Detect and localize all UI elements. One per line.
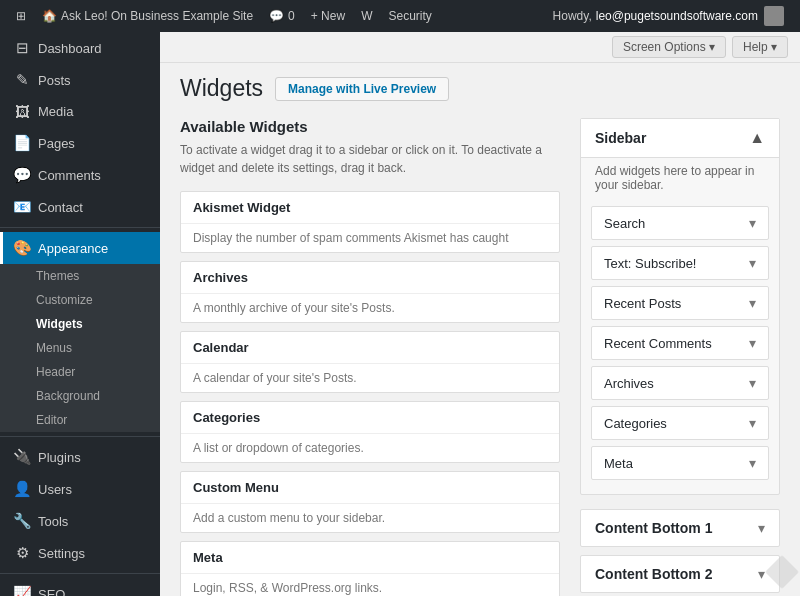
sidebar-item-contact[interactable]: 📧 Contact: [0, 191, 160, 223]
available-widgets-desc: To activate a widget drag it to a sideba…: [180, 141, 560, 177]
sidebar-widget-row[interactable]: Meta ▾: [591, 446, 769, 480]
avatar: [764, 6, 784, 26]
comments-button[interactable]: 💬 0: [261, 0, 303, 32]
sidebar-item-pages[interactable]: 📄 Pages: [0, 127, 160, 159]
sidebar-item-media[interactable]: 🖼 Media: [0, 96, 160, 127]
sidebar-area-title: Sidebar: [595, 130, 646, 146]
widget-item[interactable]: Meta Login, RSS, & WordPress.org links.: [180, 541, 560, 596]
sidebar-item-editor[interactable]: Editor: [36, 408, 160, 432]
wp-logo-button[interactable]: ⊞: [8, 0, 34, 32]
tools-icon: 🔧: [13, 512, 31, 530]
sidebar-label-editor: Editor: [36, 413, 67, 427]
sidebar-label-appearance: Appearance: [38, 241, 108, 256]
sidebar-label-comments: Comments: [38, 168, 101, 183]
widget-item-name: Calendar: [181, 332, 559, 364]
sidebar-item-menus[interactable]: Menus: [36, 336, 160, 360]
sidebar-widget-name: Text: Subscribe!: [604, 256, 697, 271]
sidebar-widget-name: Search: [604, 216, 645, 231]
wp-logo-icon: ⊞: [16, 9, 26, 23]
sidebar-item-appearance[interactable]: 🎨 Appearance: [0, 232, 160, 264]
sidebar-area-desc: Add widgets here to appear in your sideb…: [581, 158, 779, 200]
security-topbar-button[interactable]: Security: [380, 0, 439, 32]
sidebar-item-users[interactable]: 👤 Users: [0, 473, 160, 505]
chevron-down-icon: ▾: [749, 455, 756, 471]
sidebar-label-posts: Posts: [38, 73, 71, 88]
widget-item[interactable]: Calendar A calendar of your site's Posts…: [180, 331, 560, 393]
widget-item-name: Categories: [181, 402, 559, 434]
posts-icon: ✎: [13, 71, 31, 89]
sidebar-widgets-panel: Sidebar ▲ Add widgets here to appear in …: [580, 118, 780, 596]
widget-item[interactable]: Custom Menu Add a custom menu to your si…: [180, 471, 560, 533]
help-button[interactable]: Help ▾: [732, 36, 788, 58]
main-content: Screen Options ▾ Help ▾ Widgets Manage w…: [160, 32, 800, 596]
sidebar-item-settings[interactable]: ⚙ Settings: [0, 537, 160, 569]
site-name-button[interactable]: 🏠 Ask Leo! On Business Example Site: [34, 0, 261, 32]
widget-item-desc: A list or dropdown of categories.: [181, 434, 559, 462]
page-title: Widgets: [180, 75, 263, 102]
content-area-title: Content Bottom 2: [595, 566, 712, 582]
sidebar-area-header[interactable]: Sidebar ▲: [581, 119, 779, 158]
sidebar-label-plugins: Plugins: [38, 450, 81, 465]
sidebar-label-dashboard: Dashboard: [38, 41, 102, 56]
widget-item[interactable]: Categories A list or dropdown of categor…: [180, 401, 560, 463]
widget-item[interactable]: Archives A monthly archive of your site'…: [180, 261, 560, 323]
sidebar-label-seo: SEO: [38, 587, 65, 597]
sidebar-item-themes[interactable]: Themes: [36, 264, 160, 288]
sidebar-label-background: Background: [36, 389, 100, 403]
new-content-button[interactable]: + New: [303, 0, 353, 32]
sidebar-widget-row[interactable]: Archives ▾: [591, 366, 769, 400]
sidebar-widget-row[interactable]: Search ▾: [591, 206, 769, 240]
sidebar-item-seo[interactable]: 📈 SEO: [0, 578, 160, 596]
comments-count: 0: [288, 9, 295, 23]
widget-item-desc: Login, RSS, & WordPress.org links.: [181, 574, 559, 596]
screen-options-bar: Screen Options ▾ Help ▾: [160, 32, 800, 63]
sidebar-widget-row[interactable]: Recent Posts ▾: [591, 286, 769, 320]
page-header: Widgets Manage with Live Preview: [160, 63, 800, 102]
sidebar-item-customize[interactable]: Customize: [36, 288, 160, 312]
wp-plugin-icon-button[interactable]: W: [353, 0, 380, 32]
content-area-content-bottom-1[interactable]: Content Bottom 1 ▾: [580, 509, 780, 547]
content-areas-list: Content Bottom 1 ▾ Content Bottom 2 ▾: [580, 509, 780, 593]
widget-item[interactable]: Akismet Widget Display the number of spa…: [180, 191, 560, 253]
sidebar-label-tools: Tools: [38, 514, 68, 529]
widget-item-name: Meta: [181, 542, 559, 574]
chevron-down-icon: ▾: [749, 335, 756, 351]
sidebar-item-dashboard[interactable]: ⊟ Dashboard: [0, 32, 160, 64]
sidebar-item-widgets[interactable]: Widgets: [36, 312, 160, 336]
sidebar-widget-row[interactable]: Categories ▾: [591, 406, 769, 440]
chevron-down-icon: ▾: [749, 375, 756, 391]
widget-item-name: Custom Menu: [181, 472, 559, 504]
content-area: Available Widgets To activate a widget d…: [160, 102, 800, 596]
screen-options-button[interactable]: Screen Options ▾: [612, 36, 726, 58]
chevron-down-icon: ▾: [749, 215, 756, 231]
security-topbar-label: Security: [388, 9, 431, 23]
users-icon: 👤: [13, 480, 31, 498]
sidebar-label-menus: Menus: [36, 341, 72, 355]
sidebar-label-pages: Pages: [38, 136, 75, 151]
live-preview-button[interactable]: Manage with Live Preview: [275, 77, 449, 101]
sidebar-widget-name: Recent Posts: [604, 296, 681, 311]
widget-item-desc: A monthly archive of your site's Posts.: [181, 294, 559, 322]
sidebar-widget-row[interactable]: Text: Subscribe! ▾: [591, 246, 769, 280]
sidebar-item-tools[interactable]: 🔧 Tools: [0, 505, 160, 537]
sidebar-widget-row[interactable]: Recent Comments ▾: [591, 326, 769, 360]
new-label: + New: [311, 9, 345, 23]
sidebar-label-header: Header: [36, 365, 75, 379]
chevron-down-icon: ▾: [758, 566, 765, 582]
comments-sidebar-icon: 💬: [13, 166, 31, 184]
chevron-down-icon: ▾: [749, 255, 756, 271]
sidebar-item-plugins[interactable]: 🔌 Plugins: [0, 441, 160, 473]
available-widgets-panel: Available Widgets To activate a widget d…: [180, 118, 560, 596]
widget-item-desc: Display the number of spam comments Akis…: [181, 224, 559, 252]
sidebar-item-comments[interactable]: 💬 Comments: [0, 159, 160, 191]
sidebar-label-customize: Customize: [36, 293, 93, 307]
sidebar-item-background[interactable]: Background: [36, 384, 160, 408]
sidebar-item-posts[interactable]: ✎ Posts: [0, 64, 160, 96]
contact-icon: 📧: [13, 198, 31, 216]
content-area-content-bottom-2[interactable]: Content Bottom 2 ▾: [580, 555, 780, 593]
chevron-down-icon: ▾: [758, 520, 765, 536]
howdy-label: Howdy, leo@pugetsoundsoftware.com: [545, 0, 792, 32]
sidebar-item-header[interactable]: Header: [36, 360, 160, 384]
sidebar-area-collapse-icon[interactable]: ▲: [749, 129, 765, 147]
sidebar-widget-name: Categories: [604, 416, 667, 431]
